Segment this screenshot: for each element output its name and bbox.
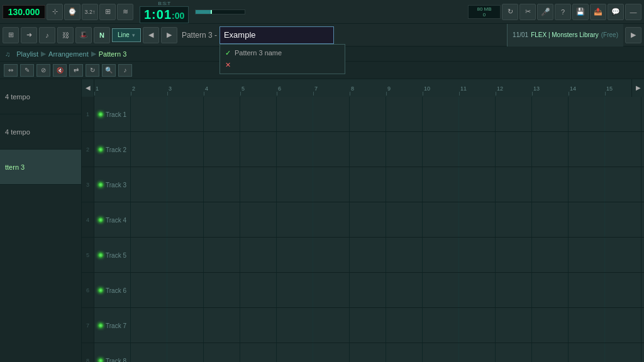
track-cell[interactable] bbox=[204, 238, 240, 272]
track-cell[interactable] bbox=[459, 132, 496, 167]
track-cell[interactable] bbox=[277, 167, 313, 202]
track-cell[interactable] bbox=[350, 343, 386, 362]
track-cell[interactable] bbox=[605, 238, 641, 272]
track-cell[interactable] bbox=[277, 273, 313, 307]
t4-loop-btn[interactable]: ↻ bbox=[86, 64, 99, 77]
ruler-mark-6[interactable]: 6 bbox=[277, 85, 313, 96]
tool-icon-2[interactable]: ⌚ bbox=[64, 4, 80, 20]
track-cell[interactable] bbox=[167, 273, 204, 307]
track-cell[interactable] bbox=[204, 132, 240, 167]
track-cell[interactable] bbox=[167, 132, 204, 167]
t4-vol-btn[interactable]: ♪ bbox=[118, 64, 132, 77]
arrow-btn[interactable]: ➜ bbox=[21, 27, 37, 43]
track-cell[interactable] bbox=[386, 132, 423, 167]
track-cell[interactable] bbox=[240, 308, 277, 343]
track-cell[interactable] bbox=[459, 97, 496, 131]
ruler-mark-2[interactable]: 2 bbox=[131, 85, 167, 96]
track-cell[interactable] bbox=[240, 238, 277, 272]
track-cell[interactable] bbox=[240, 167, 277, 202]
track-cell[interactable] bbox=[277, 97, 313, 131]
track-cell[interactable] bbox=[386, 308, 423, 343]
tool-icon-5[interactable]: ≋ bbox=[117, 4, 133, 20]
ruler-mark-11[interactable]: 11 bbox=[459, 85, 496, 96]
mode-prev-btn[interactable]: ◀ bbox=[143, 27, 159, 43]
sidebar-item-0[interactable]: 4 tempo bbox=[0, 79, 81, 114]
sidebar-item-1[interactable]: 4 tempo bbox=[0, 114, 81, 150]
t4-move-btn[interactable]: ⇔ bbox=[4, 64, 18, 77]
track-cell[interactable] bbox=[386, 97, 423, 131]
ruler-mark-12[interactable]: 12 bbox=[496, 85, 532, 96]
track-cell[interactable] bbox=[167, 343, 204, 362]
track-cell[interactable] bbox=[423, 132, 459, 167]
track-cell[interactable] bbox=[313, 132, 350, 167]
track-cell[interactable] bbox=[240, 202, 277, 237]
track-cell[interactable] bbox=[313, 308, 350, 343]
track-cell[interactable] bbox=[605, 273, 641, 307]
track-cell[interactable] bbox=[277, 308, 313, 343]
track-cell[interactable] bbox=[641, 238, 644, 272]
track-cell[interactable] bbox=[386, 343, 423, 362]
track-cell[interactable] bbox=[605, 132, 641, 167]
track-cell[interactable] bbox=[423, 273, 459, 307]
piano-roll-btn[interactable]: ⊞ bbox=[3, 27, 19, 43]
track-grid-4[interactable]: Track 4 bbox=[94, 202, 644, 237]
time-display-main[interactable]: 1:01 bbox=[144, 8, 172, 22]
track-cell[interactable] bbox=[496, 308, 532, 343]
t4-eraser-btn[interactable]: ⊘ bbox=[36, 64, 50, 77]
track-cell[interactable] bbox=[313, 97, 350, 131]
track-cell[interactable] bbox=[167, 308, 204, 343]
track-cell[interactable] bbox=[131, 238, 167, 272]
track-cell[interactable] bbox=[496, 238, 532, 272]
track-cell[interactable] bbox=[131, 202, 167, 237]
track-cell[interactable] bbox=[532, 132, 569, 167]
t4-mute-btn[interactable]: 🔇 bbox=[53, 64, 67, 77]
track-cell[interactable] bbox=[641, 202, 644, 237]
track-cell[interactable] bbox=[240, 97, 277, 131]
tool-icon-4[interactable]: ⊞ bbox=[99, 4, 116, 20]
track-cell[interactable] bbox=[204, 343, 240, 362]
plugin-expand-btn[interactable]: ▶ bbox=[625, 27, 641, 43]
ruler-mark-5[interactable]: 5 bbox=[240, 85, 277, 96]
track-cell[interactable] bbox=[496, 132, 532, 167]
track-cell[interactable] bbox=[459, 308, 496, 343]
track-cell[interactable] bbox=[350, 238, 386, 272]
track-cell[interactable] bbox=[313, 343, 350, 362]
ruler-mark-9[interactable]: 9 bbox=[386, 85, 423, 96]
track-cell[interactable] bbox=[532, 202, 569, 237]
track-grid-8[interactable]: Track 8 bbox=[94, 343, 644, 362]
ruler-mark-13[interactable]: 13 bbox=[532, 85, 569, 96]
tool-icon-1[interactable]: ⊹ bbox=[47, 4, 63, 20]
track-cell[interactable] bbox=[532, 308, 569, 343]
track-cell[interactable] bbox=[167, 97, 204, 131]
breadcrumb-playlist[interactable]: Playlist bbox=[16, 50, 38, 58]
ruler-scroll-left[interactable]: ◀ bbox=[82, 79, 94, 97]
track-cell[interactable] bbox=[459, 167, 496, 202]
track-grid-2[interactable]: Track 2 bbox=[94, 132, 644, 167]
ruler-mark-8[interactable]: 8 bbox=[350, 85, 386, 96]
ruler-mark-3[interactable]: 3 bbox=[167, 85, 204, 96]
track-cell[interactable] bbox=[459, 273, 496, 307]
tempo-display[interactable]: 130.000 bbox=[3, 5, 45, 19]
help-btn[interactable]: ? bbox=[555, 4, 571, 20]
track-grid-5[interactable]: Track 5 bbox=[94, 238, 644, 272]
track-grid-3[interactable]: Track 3 bbox=[94, 167, 644, 202]
loop-btn[interactable]: ↻ bbox=[502, 4, 518, 20]
save-btn[interactable]: 💾 bbox=[572, 4, 589, 20]
track-cell[interactable] bbox=[496, 273, 532, 307]
t4-pencil-btn[interactable]: ✎ bbox=[20, 64, 34, 77]
track-cell[interactable] bbox=[532, 97, 569, 131]
export-btn[interactable]: 📤 bbox=[590, 4, 606, 20]
track-cell[interactable] bbox=[350, 97, 386, 131]
track-cell[interactable] bbox=[313, 238, 350, 272]
track-cell[interactable] bbox=[277, 202, 313, 237]
track-cell[interactable] bbox=[641, 273, 644, 307]
track-cell[interactable] bbox=[641, 308, 644, 343]
ruler-mark-10[interactable]: 10 bbox=[423, 85, 459, 96]
track-cell[interactable] bbox=[386, 202, 423, 237]
track-cell[interactable] bbox=[277, 343, 313, 362]
track-cell[interactable] bbox=[131, 97, 167, 131]
track-cell[interactable] bbox=[569, 202, 605, 237]
track-cell[interactable] bbox=[350, 308, 386, 343]
track-cell[interactable] bbox=[423, 343, 459, 362]
track-cell[interactable] bbox=[240, 343, 277, 362]
